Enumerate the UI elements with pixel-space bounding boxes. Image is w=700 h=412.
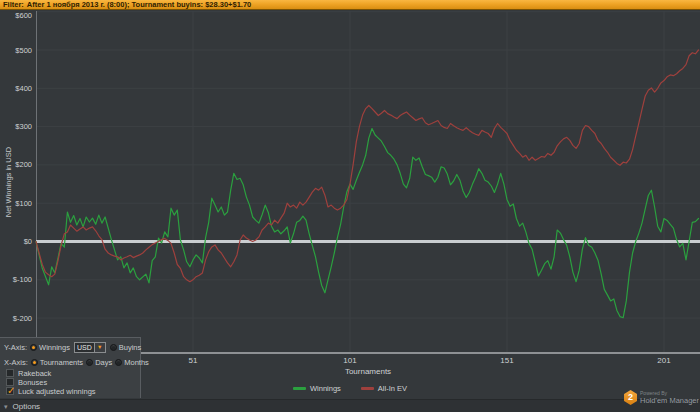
brand-text: Powered By Hold'em Manager <box>640 391 699 405</box>
winnings-line-swatch <box>293 387 306 390</box>
radio-icon <box>86 359 93 366</box>
legend-allin-ev-label: All-In EV <box>378 384 407 393</box>
powered-by-label: Powered By <box>640 391 699 396</box>
rakeback-label: Rakeback <box>18 369 51 378</box>
bonuses-label: Bonuses <box>18 378 47 387</box>
bonuses-checkbox-row[interactable]: Bonuses <box>0 378 140 386</box>
radio-icon <box>30 344 37 351</box>
y-axis-title: Net Winnings in USD <box>4 112 14 252</box>
y-axis-label: Y-Axis: <box>4 343 27 352</box>
currency-dropdown[interactable]: USD ▼ <box>74 342 106 353</box>
options-button-label: Options <box>13 402 41 411</box>
currency-value: USD <box>74 342 95 353</box>
rakeback-checkbox-row[interactable]: Rakeback <box>0 369 140 377</box>
y-axis-buyins-radio[interactable]: Buyins <box>110 343 142 352</box>
months-radio-label: Months <box>124 358 149 367</box>
allin-ev-line-swatch <box>361 387 374 390</box>
tournaments-radio-label: Tournaments <box>40 358 83 367</box>
legend-item-allin-ev: All-In EV <box>361 384 407 393</box>
luck-adjusted-checkbox-row[interactable]: Luck adjusted winnings <box>0 387 140 395</box>
legend-item-winnings: Winnings <box>293 384 341 393</box>
legend-winnings-label: Winnings <box>310 384 341 393</box>
x-axis-days-radio[interactable]: Days <box>86 358 112 367</box>
bottom-bar: ▾ Options <box>0 399 700 412</box>
winnings-radio-label: Winnings <box>39 343 70 352</box>
chevron-down-icon: ▼ <box>95 342 106 353</box>
days-radio-label: Days <box>95 358 112 367</box>
radio-icon <box>31 359 38 366</box>
x-axis-label: X-Axis: <box>4 358 28 367</box>
buyins-radio-label: Buyins <box>119 343 142 352</box>
x-axis-row: X-Axis: Tournaments Days Months <box>0 356 140 368</box>
radio-icon <box>110 344 117 351</box>
y-axis-row: Y-Axis: Winnings USD ▼ Buyins <box>0 341 140 353</box>
filter-label: Filter: <box>3 0 24 9</box>
y-axis-winnings-radio[interactable]: Winnings <box>30 343 70 352</box>
hm2-graph-window: $600$500$400$300$200$100$0$-100$-2005110… <box>0 0 700 412</box>
options-button[interactable]: ▾ Options <box>4 401 40 412</box>
hm2-badge-icon: 2 <box>624 390 637 405</box>
luck-adjusted-label: Luck adjusted winnings <box>18 387 96 396</box>
radio-icon <box>115 359 122 366</box>
chevron-down-icon: ▾ <box>4 401 8 412</box>
checkbox-icon <box>6 369 14 377</box>
filter-bar: Filter:After 1 ноября 2013 г. (8:00); To… <box>0 0 700 10</box>
x-axis-months-radio[interactable]: Months <box>115 358 149 367</box>
checkbox-icon <box>6 387 14 395</box>
x-axis-tournaments-radio[interactable]: Tournaments <box>31 358 83 367</box>
filter-text: After 1 ноября 2013 г. (8:00); Tournamen… <box>27 0 251 9</box>
app-name-label: Hold'em Manager <box>640 397 699 405</box>
graph-controls-panel: Y-Axis: Winnings USD ▼ Buyins X-Axis: To… <box>0 337 141 398</box>
holdem-manager-branding: 2 Powered By Hold'em Manager <box>624 390 699 405</box>
